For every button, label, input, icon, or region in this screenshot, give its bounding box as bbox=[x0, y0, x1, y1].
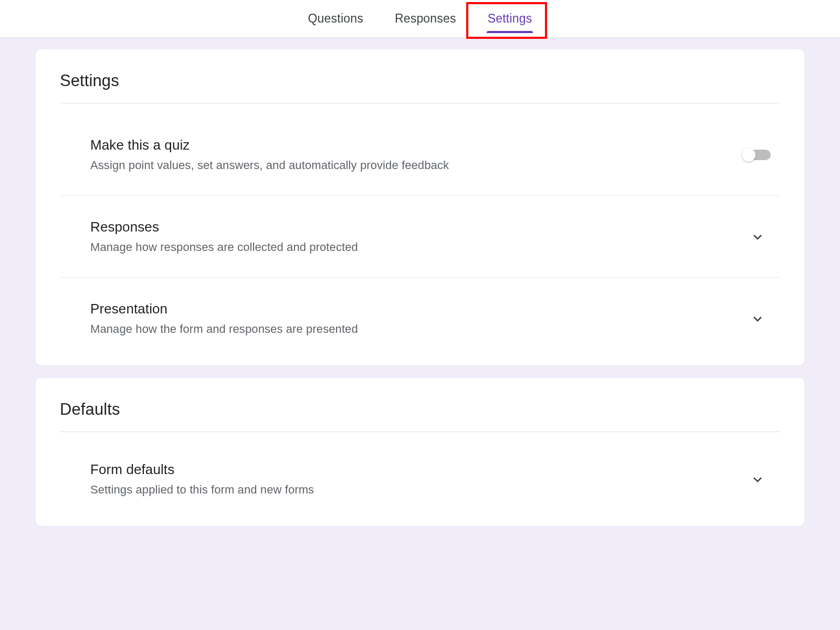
settings-card: Settings Make this a quiz Assign point v… bbox=[36, 49, 804, 365]
setting-quiz-title: Make this a quiz bbox=[90, 137, 743, 153]
content-area: Settings Make this a quiz Assign point v… bbox=[0, 38, 840, 526]
tab-settings[interactable]: Settings bbox=[485, 1, 536, 36]
setting-responses-title: Responses bbox=[90, 219, 750, 235]
tabs-bar: Questions Responses Settings bbox=[0, 0, 840, 38]
setting-text: Presentation Manage how the form and res… bbox=[90, 301, 750, 336]
chevron-down-icon[interactable] bbox=[750, 229, 765, 245]
setting-presentation-title: Presentation bbox=[90, 301, 750, 317]
setting-text: Make this a quiz Assign point values, se… bbox=[90, 137, 743, 172]
toggle-thumb bbox=[742, 148, 755, 162]
setting-presentation-description: Manage how the form and responses are pr… bbox=[90, 322, 750, 336]
setting-row-form-defaults[interactable]: Form defaults Settings applied to this f… bbox=[60, 432, 780, 502]
chevron-down-icon[interactable] bbox=[750, 471, 765, 487]
setting-row-presentation[interactable]: Presentation Manage how the form and res… bbox=[60, 278, 780, 341]
setting-row-responses[interactable]: Responses Manage how responses are colle… bbox=[60, 196, 780, 278]
tab-questions[interactable]: Questions bbox=[305, 1, 366, 36]
setting-responses-description: Manage how responses are collected and p… bbox=[90, 240, 750, 254]
quiz-toggle[interactable] bbox=[743, 150, 771, 160]
chevron-down-icon[interactable] bbox=[750, 311, 765, 327]
setting-form-defaults-description: Settings applied to this form and new fo… bbox=[90, 483, 750, 497]
setting-quiz-description: Assign point values, set answers, and au… bbox=[90, 159, 743, 172]
tab-responses[interactable]: Responses bbox=[392, 1, 459, 36]
defaults-card: Defaults Form defaults Settings applied … bbox=[36, 378, 804, 526]
setting-text: Form defaults Settings applied to this f… bbox=[90, 461, 750, 497]
setting-text: Responses Manage how responses are colle… bbox=[90, 219, 750, 254]
settings-card-title: Settings bbox=[60, 71, 780, 103]
setting-form-defaults-title: Form defaults bbox=[90, 461, 750, 478]
defaults-card-title: Defaults bbox=[60, 400, 780, 432]
setting-row-quiz: Make this a quiz Assign point values, se… bbox=[60, 103, 780, 196]
